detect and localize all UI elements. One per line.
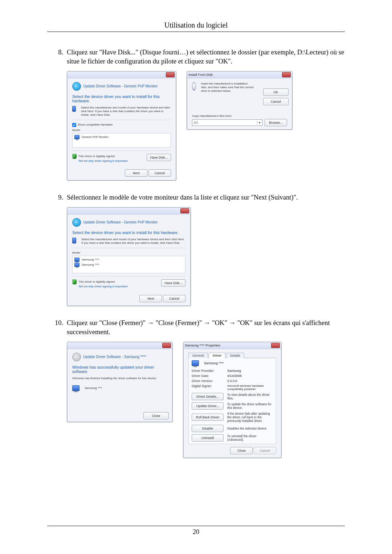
shield-icon	[72, 154, 77, 159]
version-value: 2.0.0.0	[227, 379, 273, 383]
compat-checkbox[interactable]: Show compatible hardware	[72, 123, 171, 127]
page-number: 20	[47, 526, 345, 536]
tab-driver[interactable]: Driver	[209, 353, 225, 358]
dialog-heading: Select the device driver you want to ins…	[72, 230, 185, 235]
rollback-driver-button[interactable]: Roll Back Driver	[192, 414, 224, 421]
driver-details-button[interactable]: Driver Details...	[192, 393, 224, 400]
breadcrumb: ←Update Driver Software - Samsung ****	[72, 353, 167, 361]
dialog-heading: Windows has successfully updated your dr…	[72, 365, 167, 374]
ok-button[interactable]: OK	[263, 89, 289, 96]
signer-value: microsoft windows hardware compatibility…	[227, 384, 273, 391]
disable-button[interactable]: Disable	[192, 425, 224, 432]
rollback-driver-desc: If the device fails after updating the d…	[227, 412, 273, 423]
copy-from-label: Copy manufacturer's files from:	[192, 114, 287, 118]
provider-label: Driver Provider:	[192, 369, 224, 373]
window-update-success: ←Update Driver Software - Samsung **** W…	[67, 342, 173, 422]
window-device-properties: Samsung **** Properties General Driver D…	[183, 342, 282, 458]
path-combobox[interactable]: A:\▾	[192, 119, 262, 126]
signed-label: This driver is digitally signed.	[78, 280, 115, 283]
model-list[interactable]: Samsung **** Samsung ****	[72, 256, 185, 273]
step-text: Cliquez sur "Close (Fermer)" → "Close (F…	[67, 319, 345, 337]
disable-desc: Disables the selected device.	[227, 427, 273, 430]
window-install-from-disk: Install From Disk Insert the manufacture…	[187, 71, 293, 130]
tab-details[interactable]: Details	[226, 353, 244, 358]
chevron-down-icon[interactable]: ▾	[257, 121, 261, 124]
close-icon	[271, 343, 280, 348]
tab-general[interactable]: General	[188, 353, 208, 358]
cancel-button[interactable]: Cancel	[163, 295, 185, 302]
have-disk-button[interactable]: Have Disk...	[147, 154, 171, 161]
monitor-icon	[72, 238, 76, 243]
step-text: Sélectionnez le modèle de votre moniteur…	[67, 193, 345, 202]
window-controls[interactable]	[166, 72, 175, 77]
breadcrumb: ← Update Driver Software - Generic PnP M…	[72, 82, 171, 91]
tabs: General Driver Details	[188, 353, 276, 358]
device-name: Samsung ****	[85, 386, 102, 390]
uninstall-desc: To uninstall the driver (Advanced).	[227, 434, 273, 442]
window-title: Install From Disk	[188, 73, 213, 77]
date-value: 4/14/2005	[227, 374, 273, 378]
date-label: Driver Date:	[192, 374, 224, 378]
dialog-subtext: Windows has finished installing the driv…	[72, 377, 167, 380]
device-name: Samsung ****	[204, 361, 224, 365]
monitor-icon	[74, 135, 79, 139]
signer-label: Digital Signer:	[192, 384, 224, 391]
uninstall-button[interactable]: Uninstall	[192, 434, 224, 442]
monitor-icon	[72, 106, 76, 112]
window-controls[interactable]	[180, 208, 189, 213]
close-button[interactable]: Close	[230, 447, 253, 454]
browse-button[interactable]: Browse...	[265, 119, 287, 126]
disk-icon	[192, 82, 196, 91]
back-icon[interactable]: ←	[72, 218, 81, 227]
close-icon	[180, 208, 189, 213]
close-icon	[162, 343, 171, 348]
shield-icon	[72, 279, 77, 284]
step-number: 9.	[47, 193, 67, 202]
step-number: 10.	[47, 319, 67, 328]
window-select-model: ←Update Driver Software - Generic PnP Mo…	[67, 207, 191, 306]
close-icon	[166, 72, 175, 77]
next-button[interactable]: Next	[125, 169, 147, 177]
update-driver-button[interactable]: Update Driver...	[192, 402, 224, 410]
monitor-icon	[192, 360, 199, 366]
step-number: 8.	[47, 48, 67, 57]
update-driver-desc: To update the driver software for this d…	[227, 402, 273, 410]
dialog-subtext: Select the manufacturer and model of you…	[81, 238, 185, 245]
window-update-driver: ← Update Driver Software - Generic PnP M…	[67, 71, 176, 181]
page-header: Utilisation du logiciel	[47, 21, 345, 32]
breadcrumb: ←Update Driver Software - Generic PnP Mo…	[72, 218, 185, 227]
dialog-subtext: Select the manufacturer and model of you…	[81, 106, 171, 117]
monitor-icon	[74, 263, 79, 267]
window-controls[interactable]	[162, 343, 171, 348]
window-controls[interactable]	[271, 343, 280, 348]
signing-link[interactable]: Tell me why driver signing is important	[78, 285, 127, 288]
model-label: Model	[72, 251, 185, 255]
monitor-icon	[74, 258, 79, 262]
signed-label: This driver is digitally signed.	[78, 155, 115, 158]
window-controls[interactable]	[282, 72, 291, 77]
model-list[interactable]: Generic PnP Monitor	[72, 133, 171, 148]
next-button[interactable]: Next	[139, 295, 162, 302]
install-msg: Insert the manufacturer's installation d…	[201, 82, 254, 93]
have-disk-button[interactable]: Have Disk...	[161, 279, 185, 287]
version-label: Driver Version:	[192, 379, 224, 383]
cancel-button[interactable]: Cancel	[148, 169, 171, 177]
signing-link[interactable]: Tell me why driver signing is important	[78, 159, 127, 163]
step-text: Cliquez sur "Have Disk..." (Disque fourn…	[67, 48, 345, 66]
cancel-button: Cancel	[254, 447, 276, 454]
model-label: Model	[72, 128, 171, 132]
dialog-heading: Select the device driver you want to ins…	[72, 94, 171, 103]
driver-details-desc: To view details about the driver files.	[227, 393, 273, 400]
close-button[interactable]: Close	[143, 412, 169, 419]
monitor-icon	[72, 385, 79, 391]
back-icon[interactable]: ←	[72, 82, 81, 91]
cancel-button[interactable]: Cancel	[263, 98, 289, 105]
back-icon: ←	[72, 353, 81, 361]
window-title: Samsung **** Properties	[185, 344, 220, 347]
close-icon	[282, 72, 291, 77]
provider-value: Samsung	[227, 369, 273, 373]
